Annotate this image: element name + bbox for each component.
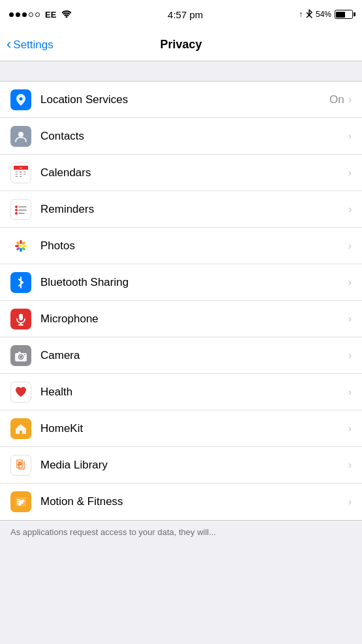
motion-icon: ≡: [10, 491, 31, 512]
location-arrow-icon: ↑: [299, 10, 303, 19]
list-item-location[interactable]: Location Services On ›: [0, 82, 362, 118]
list-item-homekit[interactable]: HomeKit ›: [0, 410, 362, 447]
bluetooth-label: Bluetooth Sharing: [40, 276, 348, 289]
motion-chevron-icon: ›: [348, 496, 352, 508]
location-chevron-icon: ›: [348, 94, 352, 106]
back-button[interactable]: ‹ Settings: [7, 38, 53, 52]
calendars-chevron-icon: ›: [348, 167, 352, 179]
battery-icon: [335, 10, 353, 19]
contacts-icon: [10, 126, 31, 147]
contacts-label: Contacts: [40, 130, 348, 143]
location-value: On: [329, 93, 344, 106]
svg-point-38: [24, 354, 25, 355]
photos-chevron-icon: ›: [348, 240, 352, 252]
svg-point-14: [15, 206, 18, 208]
list-item-bluetooth[interactable]: Bluetooth Sharing ›: [0, 264, 362, 301]
svg-point-39: [18, 464, 20, 466]
list-item-contacts[interactable]: Contacts ›: [0, 118, 362, 155]
list-item-microphone[interactable]: Microphone ›: [0, 301, 362, 337]
svg-rect-31: [19, 314, 23, 320]
bluetooth-chevron-icon: ›: [348, 277, 352, 288]
signal-dots: [9, 12, 40, 17]
carrier-label: EE: [45, 10, 56, 20]
battery-fill: [336, 12, 345, 18]
homekit-chevron-icon: ›: [348, 423, 352, 435]
list-item-photos[interactable]: Photos ›: [0, 228, 362, 264]
svg-point-2: [18, 132, 23, 137]
reminders-label: Reminders: [40, 203, 348, 216]
signal-dot-1: [9, 12, 14, 17]
svg-point-16: [15, 209, 18, 211]
contacts-chevron-icon: ›: [348, 130, 352, 142]
section-spacer: [0, 61, 362, 81]
svg-point-1: [20, 97, 23, 100]
svg-point-0: [66, 16, 68, 18]
status-bar: EE 4:57 pm ↑ 54%: [0, 0, 362, 29]
signal-dot-3: [22, 12, 27, 17]
camera-chevron-icon: ›: [348, 350, 352, 361]
list-item-media[interactable]: Media Library ›: [0, 447, 362, 483]
privacy-list: Location Services On › Contacts › ▪▪: [0, 81, 362, 521]
svg-point-29: [20, 245, 22, 247]
homekit-icon: [10, 418, 31, 439]
list-item-motion[interactable]: ≡ Motion & Fitness ›: [0, 483, 362, 520]
svg-point-40: [20, 463, 22, 465]
wifi-icon: [61, 9, 72, 20]
location-icon: [10, 89, 31, 110]
photos-label: Photos: [40, 239, 348, 253]
back-chevron-icon: ‹: [7, 37, 11, 52]
page-title: Privacy: [160, 38, 202, 52]
signal-dot-4: [29, 12, 33, 17]
list-item-reminders[interactable]: Reminders ›: [0, 191, 362, 228]
calendars-label: Calendars: [40, 166, 348, 179]
location-label: Location Services: [40, 93, 329, 106]
motion-label: Motion & Fitness: [40, 495, 348, 508]
time-display: 4:57 pm: [168, 9, 203, 20]
homekit-label: HomeKit: [40, 422, 348, 435]
media-label: Media Library: [40, 459, 348, 472]
media-library-icon: [10, 455, 31, 476]
signal-dot-5: [35, 12, 40, 17]
svg-point-18: [15, 212, 18, 215]
svg-point-22: [23, 245, 27, 247]
health-icon: [10, 382, 31, 403]
media-chevron-icon: ›: [348, 459, 352, 471]
reminders-icon: [10, 199, 31, 220]
list-item-camera[interactable]: Camera ›: [0, 337, 362, 374]
microphone-icon: [10, 309, 31, 330]
battery-percent: 54%: [316, 10, 331, 19]
microphone-label: Microphone: [40, 313, 348, 326]
svg-point-24: [20, 248, 22, 252]
status-right: ↑ 54%: [299, 9, 353, 20]
signal-dot-2: [16, 12, 20, 17]
nav-bar: ‹ Settings Privacy: [0, 29, 362, 61]
footer-text: As applications request access to your d…: [0, 521, 362, 537]
svg-point-36: [20, 356, 22, 358]
svg-text:▪▪: ▪▪: [20, 166, 22, 170]
svg-rect-37: [18, 352, 21, 354]
svg-point-26: [15, 245, 19, 247]
back-label: Settings: [13, 38, 53, 52]
svg-point-20: [20, 240, 22, 244]
camera-icon: [10, 345, 31, 366]
reminders-chevron-icon: ›: [348, 204, 352, 215]
health-label: Health: [40, 386, 348, 399]
list-item-calendars[interactable]: ▪▪ Calendars ›: [0, 155, 362, 191]
microphone-chevron-icon: ›: [348, 313, 352, 325]
health-chevron-icon: ›: [348, 386, 352, 398]
bluetooth-icon: [306, 9, 312, 20]
calendars-icon: ▪▪: [10, 162, 31, 183]
status-left: EE: [9, 9, 72, 20]
camera-label: Camera: [40, 349, 348, 362]
photos-icon: [10, 236, 31, 256]
list-item-health[interactable]: Health ›: [0, 374, 362, 410]
bluetooth-sharing-icon: [10, 272, 31, 293]
